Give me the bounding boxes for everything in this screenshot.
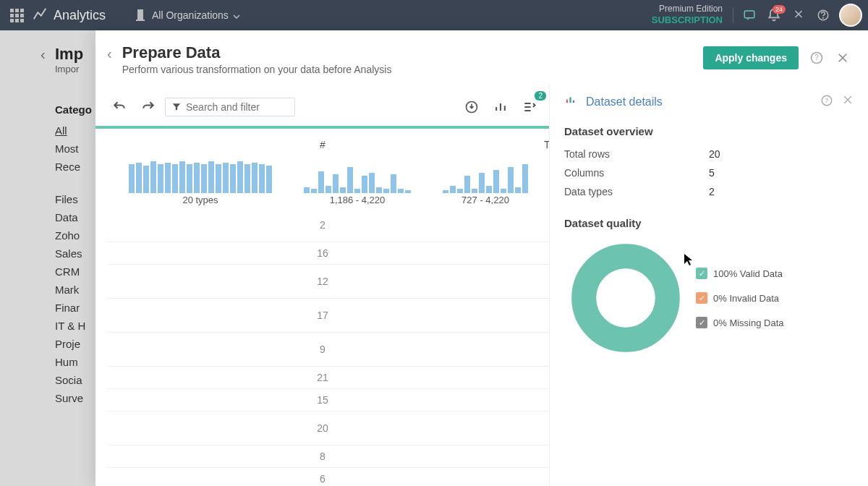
table-row[interactable]: 2Air Conditioner2,5292,498: [107, 208, 550, 242]
quality-legend: ✓ 100% Valid Data ✓ 0% Invalid Data ✓ 0%…: [696, 255, 784, 341]
valid-swatch-icon: ✓: [696, 268, 707, 279]
apps-grid-icon[interactable]: [6, 4, 27, 26]
svg-point-4: [823, 17, 824, 18]
table-row[interactable]: 6Microwave4,1934,220: [107, 468, 550, 486]
col-type[interactable]: T: [538, 129, 550, 161]
prepare-data-panel: ‹ Prepare Data Perform various transform…: [95, 30, 868, 486]
apply-changes-button[interactable]: Apply changes: [703, 46, 799, 69]
brand[interactable]: Analytics: [32, 6, 106, 25]
svg-rect-1: [136, 20, 145, 21]
close-icon[interactable]: [842, 94, 854, 109]
row-index: 15: [107, 389, 538, 412]
quality-heading: Dataset quality: [564, 217, 854, 229]
back-arrow-icon[interactable]: ‹: [41, 46, 46, 63]
chat-icon[interactable]: [741, 7, 758, 24]
user-avatar[interactable]: [839, 4, 862, 27]
chart-config-icon[interactable]: [488, 95, 513, 119]
table-row[interactable]: 9Home theatre 5.11,5662,838: [107, 333, 550, 367]
svg-text:?: ?: [825, 97, 828, 104]
help-icon[interactable]: ?: [820, 94, 833, 109]
q1-summary: 1,186 - 4,220: [299, 195, 415, 205]
q1-sparkline: [299, 163, 415, 195]
edition-line1: Premium Edition: [652, 4, 723, 15]
sparkline-row: 20 types 1,186 - 4,220 727 - 4,220: [107, 161, 538, 208]
row-index: 20: [107, 412, 538, 446]
table-row[interactable]: 15Kettle1,7282,966: [107, 389, 550, 412]
q2-summary: 727 - 4,220: [438, 195, 532, 205]
product-summary: 20 types: [124, 195, 276, 205]
divider: [733, 7, 733, 23]
tools-icon[interactable]: [790, 7, 807, 24]
q2-sparkline: [438, 163, 532, 195]
row-index: 8: [107, 446, 538, 468]
row-index: 2: [107, 208, 538, 242]
svg-rect-0: [137, 9, 143, 20]
bell-icon[interactable]: 24: [765, 7, 783, 24]
row-index: 17: [107, 299, 538, 333]
notification-badge: 24: [773, 5, 786, 14]
row-index: 9: [107, 333, 538, 367]
panel-subtitle: Perform various transformation on your d…: [122, 64, 704, 75]
missing-swatch-icon: ✓: [696, 317, 707, 328]
analytics-logo-icon: [32, 6, 48, 25]
help-icon[interactable]: ?: [809, 50, 825, 66]
overview-heading: Dataset overview: [564, 125, 854, 137]
overview-row: Data types2: [564, 182, 854, 201]
quality-donut-chart: [564, 236, 687, 359]
table-row[interactable]: 16Air fryer3,5132,101: [107, 242, 550, 265]
row-index: 21: [107, 367, 538, 389]
svg-point-10: [584, 256, 668, 340]
undo-icon[interactable]: [107, 95, 132, 119]
download-icon[interactable]: [459, 95, 484, 119]
brand-label: Analytics: [54, 8, 106, 23]
dataset-details-sidebar: Dataset details ? Dataset overview Total…: [550, 84, 868, 486]
edition-info: Premium Edition SUBSCRIPTION: [652, 4, 723, 27]
edition-line2[interactable]: SUBSCRIPTION: [652, 14, 723, 27]
search-filter-box[interactable]: [165, 98, 295, 116]
row-index: 12: [107, 265, 538, 299]
close-icon[interactable]: [835, 50, 851, 66]
panel-back-icon[interactable]: ‹: [107, 46, 112, 62]
legend-valid: ✓ 100% Valid Data: [696, 268, 784, 279]
table-row[interactable]: 20Kitchen Appliances2,1561,197: [107, 412, 550, 446]
table-row[interactable]: 8Laptop2,1452,821: [107, 446, 550, 468]
organization-icon: [135, 8, 146, 23]
chevron-down-icon: [233, 9, 240, 21]
redo-icon[interactable]: [136, 95, 161, 119]
search-input[interactable]: [186, 101, 289, 113]
legend-invalid: ✓ 0% Invalid Data: [696, 292, 784, 304]
table-row[interactable]: 17Dish washer1,7151,885: [107, 299, 550, 333]
row-index: 6: [107, 468, 538, 486]
row-index: 16: [107, 242, 538, 265]
panel-title: Prepare Data: [122, 43, 704, 62]
filter-icon: [171, 102, 182, 112]
data-grid: # T Product▾ # Quarter 1▾ # Quarter 2 20…: [107, 129, 550, 486]
svg-text:?: ?: [814, 54, 819, 61]
grid-header: # T Product▾ # Quarter 1▾ # Quarter 2: [107, 129, 550, 161]
org-selector[interactable]: All Organizations: [135, 8, 240, 23]
top-nav: Analytics All Organizations Premium Edit…: [0, 0, 868, 30]
overview-row: Total rows20: [564, 145, 854, 163]
overview-row: Columns5: [564, 163, 854, 182]
ruleset-badge: 2: [535, 91, 546, 101]
legend-missing: ✓ 0% Missing Data: [696, 317, 784, 328]
details-title: Dataset details: [586, 95, 820, 108]
col-index[interactable]: #: [107, 129, 538, 161]
table-row[interactable]: 21Humidifiers1,5661,921: [107, 367, 550, 389]
data-grid-area: 2 # T Product▾ # Quarter 1▾ # Quarter 2: [95, 84, 550, 486]
grid-toolbar: 2: [107, 93, 542, 122]
svg-rect-2: [744, 11, 754, 18]
org-label: All Organizations: [152, 9, 229, 21]
table-row[interactable]: 12DSLR Camera2,7341,905: [107, 265, 550, 299]
invalid-swatch-icon: ✓: [696, 292, 707, 304]
help-icon[interactable]: [814, 7, 832, 24]
dataset-details-icon: [564, 94, 579, 109]
cursor-icon: [683, 252, 694, 270]
product-sparkline: [124, 163, 276, 195]
